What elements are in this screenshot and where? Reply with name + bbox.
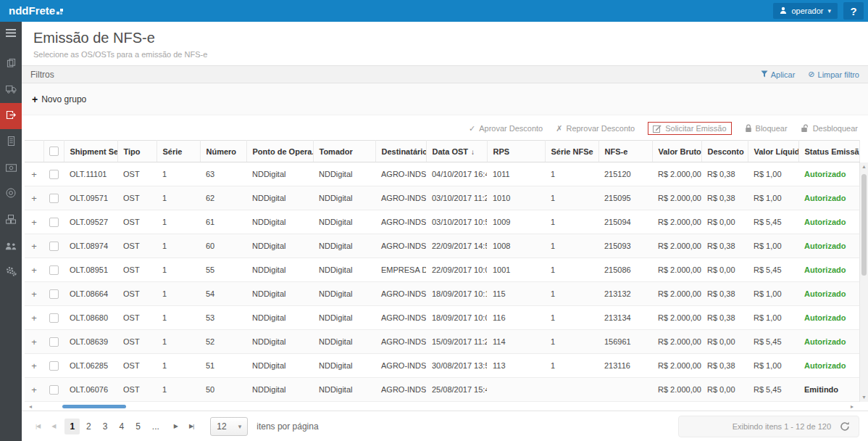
cell-destinatario: AGRO-INDS... <box>375 210 426 234</box>
cell-serie: 1 <box>157 306 200 330</box>
sidebar-item-billing[interactable] <box>0 155 22 181</box>
pager-pages: 12345... <box>64 419 164 434</box>
row-checkbox[interactable] <box>49 337 59 347</box>
help-button[interactable]: ? <box>843 2 864 20</box>
column-header-serie_nfse[interactable]: Série NFSe <box>545 141 598 162</box>
pager-page-3[interactable]: 3 <box>98 419 113 434</box>
column-label: Série NFSe <box>551 147 593 156</box>
user-menu-button[interactable]: operador ▾ <box>773 3 838 19</box>
pager-page-...[interactable]: ... <box>147 419 164 434</box>
pager-page-5[interactable]: 5 <box>130 419 146 434</box>
app-layout: Emissão de NFS-e Selecione as OS/OSTs pa… <box>0 22 868 441</box>
column-label: NFS-e <box>605 147 628 156</box>
column-header-valor_bruto[interactable]: Valor Bruto <box>652 141 701 162</box>
sidebar-item-truck[interactable] <box>0 77 22 103</box>
row-checkbox[interactable] <box>49 218 59 227</box>
prev-page-button[interactable]: ◀ <box>46 423 60 429</box>
row-checkbox[interactable] <box>49 194 59 203</box>
row-checkbox[interactable] <box>49 361 59 371</box>
column-header-tomador[interactable]: Tomador <box>313 141 375 162</box>
cell-valor_liquido: R$ 5,45 <box>748 258 798 282</box>
row-expand-button[interactable]: + <box>25 282 43 306</box>
pager-page-2[interactable]: 2 <box>81 419 96 434</box>
scroll-down-button[interactable]: ▼ <box>860 393 868 402</box>
row-expand-button[interactable]: + <box>25 258 43 282</box>
scroll-right-button[interactable]: ▸ <box>846 403 858 410</box>
cell-ponto: NDDigital <box>246 330 313 354</box>
column-header-desconto[interactable]: Desconto <box>701 141 748 162</box>
next-page-button[interactable]: ▶ <box>169 423 183 429</box>
row-expand-button[interactable]: + <box>25 354 43 378</box>
sidebar-item-settings[interactable] <box>0 260 22 286</box>
page-size-select[interactable]: 12 ▾ <box>210 417 248 436</box>
cell-serie_nfse: 1 <box>545 162 598 186</box>
block-button[interactable]: Bloquear <box>745 124 788 133</box>
row-checkbox[interactable] <box>49 313 59 323</box>
request-emission-button[interactable]: Solicitar Emissão <box>648 122 731 135</box>
vertical-scrollbar-thumb[interactable] <box>861 174 867 276</box>
column-header-rps[interactable]: RPS <box>487 141 545 162</box>
sidebar-item-emission[interactable] <box>0 103 22 129</box>
row-checkbox[interactable] <box>49 170 59 179</box>
unlock-icon <box>801 124 809 133</box>
sidebar-item-monitor[interactable] <box>0 181 22 207</box>
row-expand-button[interactable]: + <box>25 210 43 234</box>
scroll-left-button[interactable]: ◂ <box>25 403 36 410</box>
unblock-label: Desbloquear <box>813 124 858 133</box>
cell-tipo: OST <box>117 354 157 378</box>
column-header-tipo[interactable]: Tipo <box>117 141 157 162</box>
new-group-button[interactable]: + Novo grupo <box>32 94 86 105</box>
column-header-numero[interactable]: Número <box>200 141 246 162</box>
column-header-nfse[interactable]: NFS-e <box>598 141 652 162</box>
row-checkbox[interactable] <box>49 289 59 299</box>
cell-tipo: OST <box>117 282 157 306</box>
row-expand-button[interactable]: + <box>25 378 43 402</box>
row-expand-button[interactable]: + <box>25 330 43 354</box>
row-expand-button[interactable]: + <box>25 234 43 258</box>
approve-discount-button[interactable]: ✓Aprovar Desconto <box>469 124 543 133</box>
cell-desconto: R$ 0,38 <box>701 162 748 186</box>
sidebar-item-report[interactable] <box>0 129 22 155</box>
cell-shipment: OLT.08951 <box>64 258 117 282</box>
unblock-button[interactable]: Desbloquear <box>801 124 858 133</box>
row-checkbox[interactable] <box>49 265 59 275</box>
sidebar-item-users[interactable] <box>0 234 22 260</box>
column-header-valor_liquido[interactable]: Valor Líquido <box>748 141 798 162</box>
select-all-checkbox[interactable] <box>49 147 59 156</box>
apply-filter-button[interactable]: Aplicar <box>761 70 796 79</box>
cell-status: Autorizado <box>798 306 859 330</box>
pager-page-1[interactable]: 1 <box>64 419 80 434</box>
scroll-up-button[interactable]: ▲ <box>860 162 868 171</box>
horizontal-scrollbar-thumb[interactable] <box>62 405 126 408</box>
cell-rps: 114 <box>487 330 545 354</box>
sidebar-item-documents[interactable] <box>0 51 22 77</box>
sidebar-item-packages[interactable] <box>0 207 22 234</box>
row-expand-button[interactable]: + <box>25 306 43 330</box>
column-header-status[interactable]: Status Emissão <box>798 141 859 162</box>
clear-filter-button[interactable]: ⊘ Limpar filtro <box>808 70 859 79</box>
first-page-button[interactable]: |◀ <box>30 423 45 429</box>
row-expand-button[interactable]: + <box>25 162 43 186</box>
row-expand-button[interactable]: + <box>25 186 43 210</box>
cell-rps: 1001 <box>487 258 545 282</box>
table-row: +OLT.09527OST161NDDigitalNDDigitalAGRO-I… <box>25 210 859 234</box>
vertical-scrollbar[interactable]: ▲ ▼ <box>859 162 868 402</box>
column-header-shipment[interactable]: Shipment Sell <box>64 141 117 162</box>
column-header-ponto[interactable]: Ponto de Opera... <box>246 141 313 162</box>
column-header-destinatario[interactable]: Destinatário <box>375 141 426 162</box>
sidebar-item-menu[interactable] <box>0 22 22 45</box>
request-emission-label: Solicitar Emissão <box>665 124 726 133</box>
reject-discount-button[interactable]: ✗Reprovar Desconto <box>556 124 635 133</box>
cell-data_ost: 15/09/2017 11:26 <box>426 330 487 354</box>
row-checkbox[interactable] <box>49 242 59 251</box>
column-header-data_ost[interactable]: Data OST↓ <box>426 141 487 162</box>
refresh-button[interactable] <box>840 421 850 432</box>
column-header-serie[interactable]: Série <box>157 141 200 162</box>
pager-page-4[interactable]: 4 <box>114 419 129 434</box>
row-checkbox[interactable] <box>49 385 59 395</box>
horizontal-scrollbar[interactable]: ◂ ▸ <box>25 403 858 411</box>
cell-tomador: NDDigital <box>313 354 375 378</box>
last-page-button[interactable]: ▶| <box>184 423 199 429</box>
table-row: +OLT.06285OST151NDDigitalNDDigitalAGRO-I… <box>25 354 859 378</box>
cell-destinatario: AGRO-INDS... <box>375 282 426 306</box>
